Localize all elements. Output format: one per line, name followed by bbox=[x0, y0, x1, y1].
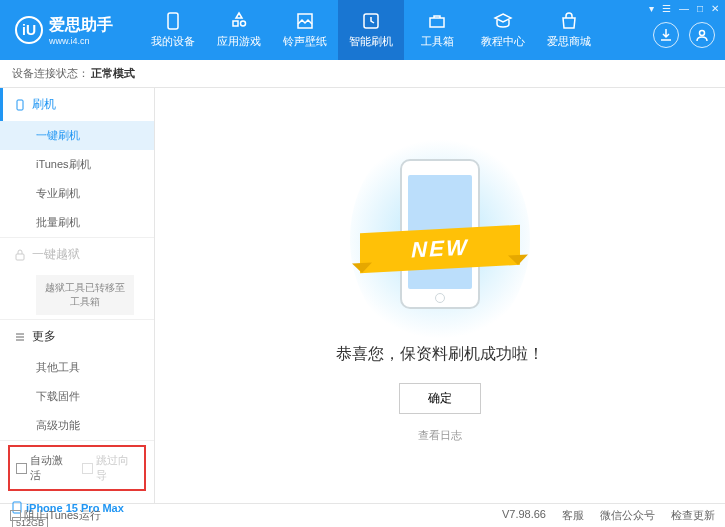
new-ribbon: NEW bbox=[360, 224, 520, 272]
sidebar-section-more[interactable]: 更多 bbox=[0, 320, 154, 353]
lock-icon bbox=[14, 249, 26, 261]
dropdown-icon[interactable]: ▾ bbox=[649, 3, 654, 14]
jailbreak-note: 越狱工具已转移至 工具箱 bbox=[36, 275, 134, 315]
main-nav: 我的设备应用游戏铃声壁纸智能刷机工具箱教程中心爱思商城 bbox=[140, 0, 602, 60]
sidebar-item-flash-1[interactable]: iTunes刷机 bbox=[0, 150, 154, 179]
sidebar: 刷机 一键刷机iTunes刷机专业刷机批量刷机 一键越狱 越狱工具已转移至 工具… bbox=[0, 88, 155, 503]
more-icon bbox=[14, 331, 26, 343]
sidebar-item-flash-2[interactable]: 专业刷机 bbox=[0, 179, 154, 208]
svg-point-4 bbox=[700, 31, 705, 36]
tutorial-icon bbox=[493, 11, 513, 31]
sidebar-item-more-2[interactable]: 高级功能 bbox=[0, 411, 154, 440]
download-icon[interactable] bbox=[653, 22, 679, 48]
app-url: www.i4.cn bbox=[49, 36, 113, 46]
nav-device[interactable]: 我的设备 bbox=[140, 0, 206, 60]
phone-icon bbox=[14, 99, 26, 111]
sidebar-item-more-0[interactable]: 其他工具 bbox=[0, 353, 154, 382]
auto-activate-checkbox[interactable]: 自动激活 bbox=[16, 453, 72, 483]
flash-icon bbox=[361, 11, 381, 31]
maximize-button[interactable]: □ bbox=[697, 3, 703, 14]
success-illustration: NEW bbox=[370, 149, 510, 329]
sidebar-section-flash[interactable]: 刷机 bbox=[0, 88, 154, 121]
sidebar-section-jailbreak: 一键越狱 bbox=[0, 238, 154, 271]
nav-store[interactable]: 爱思商城 bbox=[536, 0, 602, 60]
logo-area: iU 爱思助手 www.i4.cn bbox=[0, 15, 140, 46]
footer-link-wechat[interactable]: 微信公众号 bbox=[600, 508, 655, 523]
window-controls: ▾ ☰ — □ ✕ bbox=[649, 3, 719, 14]
options-row: 自动激活 跳过向导 bbox=[8, 445, 146, 491]
nav-flash[interactable]: 智能刷机 bbox=[338, 0, 404, 60]
sidebar-item-flash-0[interactable]: 一键刷机 bbox=[0, 121, 154, 150]
toolbox-icon bbox=[427, 11, 447, 31]
nav-apps[interactable]: 应用游戏 bbox=[206, 0, 272, 60]
sidebar-item-more-1[interactable]: 下载固件 bbox=[0, 382, 154, 411]
wallpaper-icon bbox=[295, 11, 315, 31]
nav-tutorial[interactable]: 教程中心 bbox=[470, 0, 536, 60]
footer-link-update[interactable]: 检查更新 bbox=[671, 508, 715, 523]
minimize-button[interactable]: — bbox=[679, 3, 689, 14]
nav-toolbox[interactable]: 工具箱 bbox=[404, 0, 470, 60]
app-title: 爱思助手 bbox=[49, 15, 113, 36]
apps-icon bbox=[229, 11, 249, 31]
list-icon[interactable]: ☰ bbox=[662, 3, 671, 14]
svg-rect-6 bbox=[16, 254, 24, 260]
svg-rect-3 bbox=[430, 18, 444, 27]
device-icon bbox=[163, 11, 183, 31]
user-icon[interactable] bbox=[689, 22, 715, 48]
block-itunes-checkbox[interactable]: 阻止iTunes运行 bbox=[10, 508, 101, 523]
view-log-link[interactable]: 查看日志 bbox=[418, 428, 462, 443]
sidebar-item-flash-3[interactable]: 批量刷机 bbox=[0, 208, 154, 237]
nav-wallpaper[interactable]: 铃声壁纸 bbox=[272, 0, 338, 60]
footer-link-support[interactable]: 客服 bbox=[562, 508, 584, 523]
main-content: NEW 恭喜您，保资料刷机成功啦！ 确定 查看日志 bbox=[155, 88, 725, 503]
close-button[interactable]: ✕ bbox=[711, 3, 719, 14]
app-header: iU 爱思助手 www.i4.cn 我的设备应用游戏铃声壁纸智能刷机工具箱教程中… bbox=[0, 0, 725, 60]
ok-button[interactable]: 确定 bbox=[399, 383, 481, 414]
store-icon bbox=[559, 11, 579, 31]
status-bar: 设备连接状态：正常模式 bbox=[0, 60, 725, 88]
logo-icon: iU bbox=[15, 16, 43, 44]
version-label: V7.98.66 bbox=[502, 508, 546, 523]
svg-rect-5 bbox=[17, 100, 23, 110]
skip-guide-checkbox: 跳过向导 bbox=[82, 453, 138, 483]
svg-rect-0 bbox=[168, 13, 178, 29]
